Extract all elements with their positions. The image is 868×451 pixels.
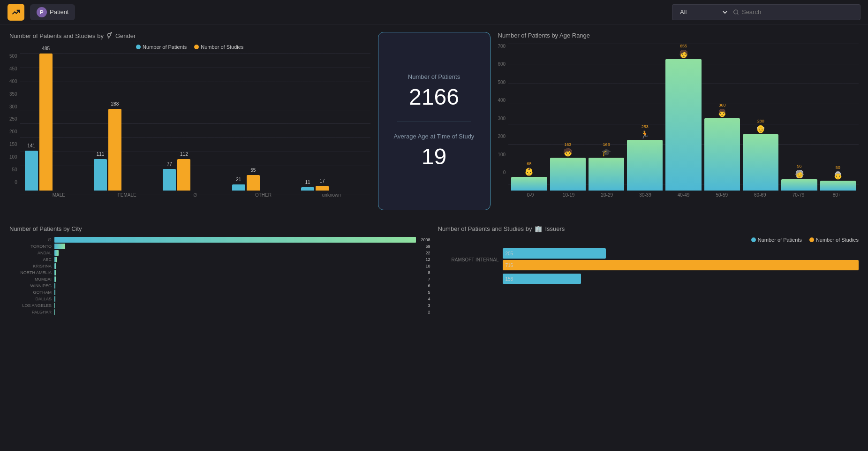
age-bar-0-9: 68 👶 [511, 161, 547, 191]
city-bar-wrap-andal [54, 250, 421, 256]
city-val-north-amelia: 8 [428, 270, 430, 275]
city-bar-wrap-dallas [54, 296, 423, 302]
male-patients-bar: 141 [25, 151, 38, 191]
age-val-60-69: 280 [757, 119, 764, 123]
legend-studies: Number of Studies [194, 44, 243, 50]
age-icon-20-29: 🎓 [602, 148, 611, 157]
issuer-patients-dot [751, 237, 756, 242]
studies-legend-label: Number of Studies [201, 44, 243, 50]
gender-groups: 141 485 111 288 [20, 54, 370, 191]
city-chart-title: Number of Patients by City [9, 225, 430, 232]
age-val-70-79: 56 [797, 164, 802, 168]
gender-male-group: 141 485 [25, 54, 89, 191]
city-bar-wrap-abc [54, 257, 421, 262]
age-icon-80plus: 👵 [833, 171, 843, 180]
city-row-dallas: DALLAS 4 [9, 296, 430, 302]
null-patients-bar: 77 [163, 169, 176, 191]
age-bar-70-79: 56 🧓 [781, 164, 817, 191]
city-val-krishna: 10 [425, 264, 430, 268]
other-studies-bar: 55 [247, 175, 260, 191]
city-val-andal: 22 [425, 251, 430, 255]
gender-x-labels: MALE FEMALE ∅ OTHER unknown [20, 192, 370, 198]
issuer-bar-wrap-second: 156 [503, 274, 859, 296]
age-bar-fill-0-9 [511, 177, 547, 191]
city-name-dallas: DALLAS [9, 297, 52, 301]
age-val-0-9: 68 [527, 161, 531, 166]
age-y-axis: 700600500400 3002001000 [498, 44, 509, 175]
city-row-mumbai: MUMBAI 7 [9, 276, 430, 282]
issuer-chart-panel: Number of Patients and Studies by 🏢 Issu… [438, 225, 859, 316]
issuer-legend-studies: Number of Studies [809, 237, 859, 243]
age-bar-fill-10-19 [550, 158, 586, 191]
city-name-andal: ANDAL [9, 251, 52, 255]
svg-line-1 [737, 13, 738, 14]
patient-button[interactable]: P Patient [30, 4, 75, 20]
age-icon-60-69: 👴 [756, 124, 765, 133]
city-row-la: LOS ANGELES 3 [9, 303, 430, 308]
city-rows: ∅ 2008 TORONTO 59 ANDAL 22 [9, 237, 430, 315]
age-val-50-59: 360 [718, 103, 725, 107]
age-bar-fill-70-79 [781, 179, 817, 191]
city-bar-la [54, 303, 55, 308]
city-row-krishna: KRISHNA 10 [9, 263, 430, 269]
city-row-palghar: PALGHAR 2 [9, 309, 430, 315]
city-name-winnipeg: WINNIPEG [9, 283, 52, 288]
city-bar-wrap-toronto [54, 244, 421, 249]
city-name-null: ∅ [9, 237, 52, 242]
city-val-toronto: 59 [425, 244, 430, 249]
city-bar-winnipeg [54, 283, 55, 289]
city-bar-krishna [54, 263, 56, 269]
city-bar-wrap-winnipeg [54, 283, 423, 289]
age-xl-30: 30-39 [626, 192, 664, 198]
city-row-andal: ANDAL 22 [9, 250, 430, 256]
city-bar-gotham [54, 290, 55, 295]
age-icon-30-39: 🏃 [640, 130, 649, 139]
issuer-studies-dot [809, 237, 814, 242]
age-bar-fill-60-69 [743, 134, 778, 191]
city-bar-wrap-mumbai [54, 276, 423, 282]
gender-other-group: 21 55 [232, 175, 296, 191]
issuer-icon: 🏢 [535, 225, 542, 232]
issuer-val-second-patients: 156 [506, 276, 513, 282]
issuer-name-ramsoft: RAMSOFT INTERNAL [438, 257, 499, 262]
age-xl-10: 10-19 [550, 192, 588, 198]
filter-select[interactable]: All Last 7 Days Last 30 Days [672, 4, 729, 20]
issuer-bar-ramsoft-studies: 716 [503, 260, 859, 270]
patients-dot [136, 45, 141, 49]
x-label-male: MALE [25, 192, 93, 198]
issuer-row-ramsoft: RAMSOFT INTERNAL 205 716 [438, 248, 859, 271]
search-input[interactable] [742, 8, 854, 15]
age-xl-60: 60-69 [741, 192, 779, 198]
gender-female-group: 111 288 [94, 109, 158, 191]
city-name-abc: ABC [9, 257, 52, 262]
city-val-mumbai: 7 [428, 277, 430, 282]
age-chart-title: Number of Patients by Age Range [498, 32, 859, 39]
city-val-dallas: 4 [428, 297, 430, 301]
issuer-bars: RAMSOFT INTERNAL 205 716 156 [438, 248, 859, 296]
city-bar-null [54, 237, 416, 243]
unknown-patients-bar: 11 [301, 187, 314, 191]
issuer-legend: Number of Patients Number of Studies [438, 237, 859, 243]
city-bar-wrap-palghar [54, 309, 423, 315]
city-row-toronto: TORONTO 59 [9, 244, 430, 249]
gender-unknown-group: 11 17 [301, 186, 365, 191]
age-icon-70-79: 🧓 [795, 169, 804, 178]
issuer-val-ramsoft-studies: 716 [506, 263, 513, 268]
age-xl-70: 70-79 [779, 192, 818, 198]
age-kpi: Average Age at Time of Study 19 [394, 133, 475, 169]
null-studies-bar: 112 [177, 159, 190, 191]
age-xl-80: 80+ [817, 192, 856, 198]
avatar: P [37, 7, 47, 17]
city-row-abc: ABC 12 [9, 257, 430, 262]
male-studies-bar: 485 [39, 54, 53, 191]
age-icon-0-9: 👶 [524, 167, 534, 176]
age-bars: 68 👶 163 🧒 163 🎓 [508, 44, 859, 191]
age-bar-20-29: 163 🎓 [589, 142, 624, 191]
kpi-divider [397, 121, 471, 122]
city-bar-wrap-la [54, 303, 423, 308]
logo-button[interactable] [8, 4, 24, 21]
gender-chart-area: 500450400350 300250200150 100500 [9, 54, 370, 194]
issuer-bar-wrap-ramsoft: 205 716 [503, 248, 859, 271]
patients-kpi: Number of Patients 2166 [408, 73, 460, 110]
gender-chart-panel: Number of Patients and Studies by ⚥ Gend… [9, 32, 370, 210]
